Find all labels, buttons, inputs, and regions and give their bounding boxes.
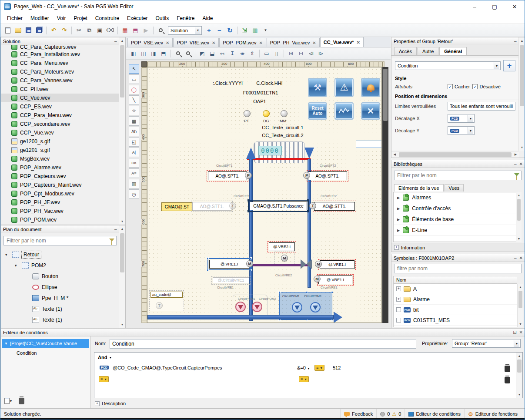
properties-scrollbar[interactable]: ▲ ▼ — [518, 37, 525, 151]
solution-tree-item[interactable]: CC_Para_Vannes.wev — [1, 76, 119, 85]
panel-menu-icon[interactable]: – — [514, 255, 517, 260]
proprietaire-select[interactable]: Group: 'Retour' ▼ — [452, 339, 521, 348]
condition-tree-child[interactable]: Condition — [1, 350, 37, 356]
expander-icon[interactable]: + — [396, 286, 401, 291]
scroll-up-icon[interactable]: ▲ — [119, 37, 125, 44]
clock-date-text[interactable]: :.Clock.YYYYI — [213, 81, 243, 86]
logic-operator-select[interactable]: And ▼ — [98, 355, 112, 360]
outline-tree-item[interactable]: Texte (1) — [1, 303, 119, 314]
chevron-down-icon[interactable]: ▼ — [195, 27, 201, 34]
vre2-motor-element[interactable]: M — [274, 252, 294, 265]
scroll-left-icon[interactable]: ◀ — [391, 153, 398, 156]
close-button[interactable]: ✕ — [505, 0, 525, 13]
solution-scrollbar[interactable]: ▲ ▼ — [119, 37, 125, 225]
expand-icon[interactable]: + — [95, 401, 100, 406]
text-tool[interactable]: Ab — [129, 127, 139, 136]
align-bottom-icon[interactable]: ⬓ — [207, 49, 217, 58]
menu-item[interactable]: Exécuter — [123, 13, 151, 23]
mask-operator[interactable]: &=0 ▼ — [297, 365, 310, 370]
delete-row-button[interactable] — [502, 364, 512, 373]
document-tab[interactable]: POP_VRE.wev ✕ — [173, 38, 219, 47]
condition-symbol[interactable]: @CO_Code_GMAO@.TypeCircuit.CapteurPompes — [113, 365, 222, 370]
solution-tree-item[interactable]: CC_Para_Capteurs.wev — [1, 45, 119, 50]
group-icon[interactable]: ⊞ — [286, 49, 296, 58]
pump-4[interactable] — [310, 302, 321, 312]
menu-item[interactable]: Voir — [53, 13, 70, 23]
scroll-thumb[interactable] — [399, 152, 512, 157]
scroll-up-icon[interactable]: ▲ — [518, 284, 523, 290]
scroll-thumb[interactable] — [517, 199, 521, 221]
solution-tree-item[interactable]: CCP_Para_Menu.wev — [1, 111, 119, 120]
oap-label[interactable]: OAP1 — [242, 99, 277, 104]
solution-tree-item[interactable]: CC_Para_Moteurs.wev — [1, 67, 119, 76]
expand-arrow-icon[interactable]: ▶ — [397, 218, 400, 222]
compare-operator-select[interactable]: ≡▼ — [99, 376, 109, 382]
expander-icon[interactable] — [396, 318, 401, 323]
import-icon[interactable]: ⇲ — [240, 25, 250, 35]
library-tab[interactable]: Eléments de la vue — [394, 184, 444, 192]
image-tool[interactable]: ▦ — [129, 116, 139, 126]
zoom-in-icon[interactable]: + — [204, 25, 214, 35]
align-left-icon[interactable]: ◧ — [129, 49, 138, 58]
vre1-left-element[interactable]: @.VRE1.I M — [207, 258, 251, 270]
chevron-down-icon[interactable]: ▼ — [468, 127, 473, 134]
outline-scrollbar[interactable]: ▲ ▼ — [119, 225, 125, 328]
outline-tree-item[interactable]: ▾ Retour — [1, 249, 119, 260]
solution-tree-item[interactable]: ge1201_s.gif — [1, 146, 119, 155]
panel-menu-icon[interactable]: – — [114, 227, 117, 232]
vre1-right-element[interactable]: M @.VRE1.I — [318, 259, 356, 270]
scroll-up-icon[interactable]: ▲ — [516, 192, 522, 198]
menu-item[interactable]: Construire — [91, 13, 123, 23]
seven-segment-display[interactable]: 0000 — [258, 146, 282, 155]
align-right-icon[interactable]: ◨ — [149, 49, 158, 58]
sensor-dg-label[interactable]: DG — [263, 119, 269, 123]
zoom-out-icon[interactable]: − — [214, 25, 224, 35]
solution-tree-item[interactable]: POP_Capteurs_Maint.wev — [1, 181, 119, 189]
tab-close-icon[interactable]: ✕ — [166, 40, 169, 45]
toolbar-more-icon[interactable]: ▼ — [261, 25, 271, 35]
solution-tree-item[interactable]: POP_PH_Vac.wev — [1, 207, 119, 215]
condition-select[interactable]: Condition ▼ — [395, 61, 501, 70]
select-tool[interactable]: ↖ — [129, 64, 139, 74]
document-tab[interactable]: POP_POM.wev ✕ — [219, 38, 266, 47]
outline-tree-item[interactable]: Bouton — [1, 271, 119, 282]
align-top-icon[interactable]: ⬒ — [159, 49, 168, 58]
clock-text-elements[interactable]: :.Clock.YYYYI C.Clock.HHI — [213, 81, 283, 86]
distribute-v-icon[interactable]: ↧ — [227, 49, 237, 58]
align-middle-icon[interactable]: ◩ — [197, 49, 207, 58]
vre1-right2-element[interactable]: M @.VRE1.I — [317, 274, 354, 286]
solution-tree-item[interactable]: CCP_secondaire.wev — [1, 120, 119, 128]
scroll-down-icon[interactable]: ▼ — [519, 144, 525, 151]
solution-tree-item[interactable]: CCP_ES.wev — [1, 102, 119, 111]
undo-icon[interactable]: ↶ — [49, 25, 59, 35]
gauge-tool[interactable]: ▥ — [129, 179, 139, 188]
solution-tree-item[interactable]: MsgBox.wev — [1, 155, 119, 163]
center-v-icon[interactable]: ⇳ — [247, 49, 257, 58]
feedback-button[interactable]: Feedback — [340, 409, 376, 419]
open-file-button[interactable] — [13, 25, 23, 35]
scroll-thumb[interactable] — [518, 291, 522, 308]
scroll-down-icon[interactable]: ▼ — [119, 218, 125, 225]
circuit-pom1-label[interactable]: CircuitPOM1 — [238, 297, 255, 300]
circuit-vre1-gray-element[interactable]: @.CircuitVRE1 — [211, 276, 251, 285]
pump-2[interactable] — [252, 302, 262, 312]
zoom-reset-icon[interactable]: ↻ — [225, 25, 235, 35]
scroll-down-icon[interactable]: ▼ — [518, 321, 523, 327]
delete-row-button[interactable] — [502, 375, 512, 385]
chevron-down-icon[interactable]: ▼ — [494, 62, 499, 69]
hot-pipe-segment[interactable] — [247, 158, 311, 160]
solution-scope-select[interactable]: Solution ▼ — [168, 26, 202, 35]
reset-auto-button[interactable]: Reset Auto — [308, 102, 327, 120]
send-back-icon[interactable]: ⧐ — [316, 49, 326, 58]
compare-value[interactable]: 512 — [333, 365, 341, 370]
expand-arrow-icon[interactable]: ▶ — [397, 196, 400, 200]
rectangle-tool[interactable]: ▭ — [129, 74, 139, 84]
solution-tree-item[interactable]: POP_Capteurs.wev — [1, 172, 119, 181]
expander-icon[interactable]: + — [396, 297, 401, 302]
expand-arrow-icon[interactable]: ▶ — [397, 207, 400, 211]
solution-tree-item[interactable]: POP_PH_JF.wev — [1, 198, 119, 207]
trend-button[interactable] — [334, 102, 354, 120]
run-icon[interactable]: ▶ — [141, 25, 151, 35]
alarm-warning-button[interactable]: ⚠ — [334, 78, 354, 97]
sensor-dg-indicator[interactable] — [263, 110, 270, 117]
